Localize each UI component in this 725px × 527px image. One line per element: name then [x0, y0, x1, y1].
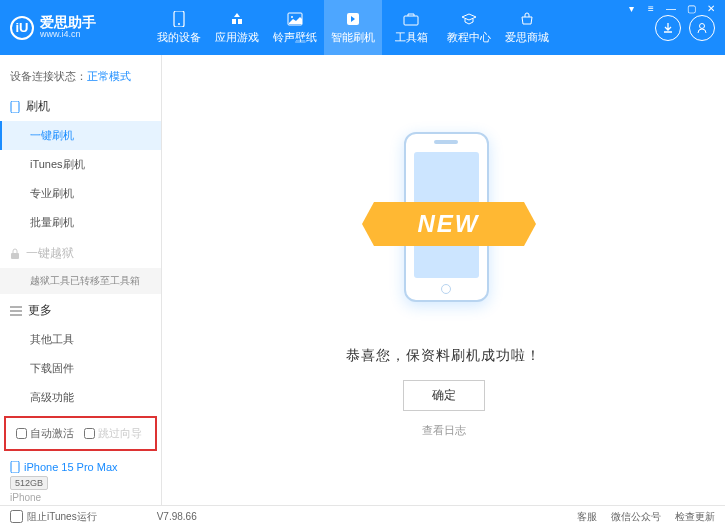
svg-rect-7	[11, 101, 19, 113]
toolbox-icon	[403, 11, 419, 27]
app-header: iU 爱思助手 www.i4.cn 我的设备 应用游戏 铃声壁纸 智能刷机 工具…	[0, 0, 725, 55]
close-btn[interactable]: ✕	[703, 2, 719, 14]
nav-tutorials[interactable]: 教程中心	[440, 0, 498, 55]
cb-auto-activate[interactable]: 自动激活	[16, 426, 74, 441]
device-type: iPhone	[10, 492, 151, 503]
options-box: 自动激活 跳过向导	[4, 416, 157, 451]
svg-point-6	[700, 23, 705, 28]
flash-icon	[345, 11, 361, 27]
sidebar-item-pro[interactable]: 专业刷机	[0, 179, 161, 208]
menu-icon	[10, 306, 22, 316]
device-name[interactable]: iPhone 15 Pro Max	[10, 461, 151, 473]
connection-status: 设备连接状态：正常模式	[0, 63, 161, 90]
nav-ringtones[interactable]: 铃声壁纸	[266, 0, 324, 55]
section-more[interactable]: 更多	[0, 294, 161, 325]
sidebar-item-othertools[interactable]: 其他工具	[0, 325, 161, 354]
nav-flash[interactable]: 智能刷机	[324, 0, 382, 55]
svg-rect-8	[11, 253, 19, 259]
store-icon	[519, 11, 535, 27]
app-url: www.i4.cn	[40, 30, 96, 40]
svg-rect-9	[11, 461, 19, 473]
nav-store[interactable]: 爱思商城	[498, 0, 556, 55]
nav-apps[interactable]: 应用游戏	[208, 0, 266, 55]
cb-block-itunes[interactable]: 阻止iTunes运行	[10, 510, 97, 524]
view-log-link[interactable]: 查看日志	[422, 423, 466, 438]
jailbreak-moved-tip: 越狱工具已转移至工具箱	[0, 268, 161, 294]
sidebar: 设备连接状态：正常模式 刷机 一键刷机 iTunes刷机 专业刷机 批量刷机 一…	[0, 55, 162, 505]
storage-badge: 512GB	[10, 476, 48, 490]
nav-device[interactable]: 我的设备	[150, 0, 208, 55]
app-title: 爱思助手	[40, 15, 96, 30]
device-info: iPhone 15 Pro Max 512GB iPhone	[0, 455, 161, 505]
maximize-btn[interactable]: ▢	[683, 2, 699, 14]
logo-icon: iU	[10, 16, 34, 40]
success-illustration: NEW	[374, 122, 514, 332]
version-label: V7.98.66	[157, 511, 197, 522]
footer-update[interactable]: 检查更新	[675, 510, 715, 524]
main-panel: NEW 恭喜您，保资料刷机成功啦！ 确定 查看日志	[162, 55, 725, 505]
lock-icon	[10, 248, 20, 260]
sidebar-item-oneclick[interactable]: 一键刷机	[0, 121, 161, 150]
phone-icon	[10, 461, 20, 473]
list-btn[interactable]: ≡	[643, 2, 659, 14]
success-message: 恭喜您，保资料刷机成功啦！	[346, 347, 541, 365]
sidebar-item-advanced[interactable]: 高级功能	[0, 383, 161, 412]
section-jailbreak: 一键越狱	[0, 237, 161, 268]
cb-skip-wizard[interactable]: 跳过向导	[84, 426, 142, 441]
apps-icon	[229, 11, 245, 27]
sidebar-item-batch[interactable]: 批量刷机	[0, 208, 161, 237]
sidebar-item-itunes[interactable]: iTunes刷机	[0, 150, 161, 179]
section-flash[interactable]: 刷机	[0, 90, 161, 121]
confirm-button[interactable]: 确定	[403, 380, 485, 411]
svg-rect-5	[404, 16, 418, 25]
new-ribbon: NEW	[374, 202, 524, 246]
minimize-btn[interactable]: —	[663, 2, 679, 14]
image-icon	[287, 11, 303, 27]
download-button[interactable]	[655, 15, 681, 41]
menu-btn[interactable]: ▾	[623, 2, 639, 14]
footer: 阻止iTunes运行 V7.98.66 客服 微信公众号 检查更新	[0, 505, 725, 527]
sidebar-item-firmware[interactable]: 下载固件	[0, 354, 161, 383]
footer-support[interactable]: 客服	[577, 510, 597, 524]
user-button[interactable]	[689, 15, 715, 41]
logo: iU 爱思助手 www.i4.cn	[10, 15, 150, 40]
nav-toolbox[interactable]: 工具箱	[382, 0, 440, 55]
tutorial-icon	[461, 11, 477, 27]
phone-icon	[10, 101, 20, 113]
svg-point-3	[291, 16, 293, 18]
phone-icon	[171, 11, 187, 27]
footer-wechat[interactable]: 微信公众号	[611, 510, 661, 524]
svg-point-1	[178, 23, 180, 25]
